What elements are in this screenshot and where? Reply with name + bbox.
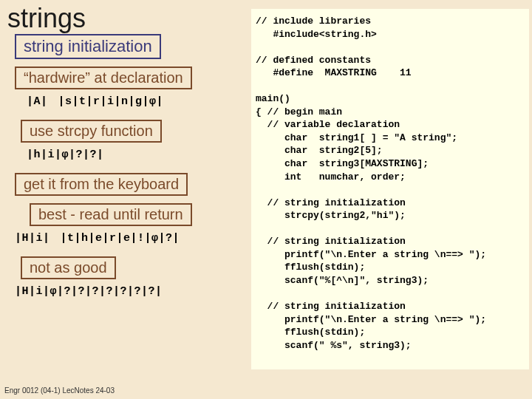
code-line: char string1[ ] = "A string";	[256, 132, 457, 143]
code-line: printf("\n.Enter a string \n==> ");	[256, 314, 486, 325]
mem-row-strcpy: |h|i|φ|?|?|	[27, 149, 251, 161]
code-line: fflush(stdin);	[256, 262, 365, 273]
box-strcpy: use strcpy function	[21, 120, 162, 143]
box-keyboard: get it from the keyboard	[15, 173, 188, 196]
code-line: strcpy(string2,"hi");	[256, 210, 406, 221]
mem-cells-best-a: |H|i|	[15, 232, 50, 245]
code-line: // string initialization	[256, 197, 406, 208]
code-block: // include libraries #include<string.h> …	[251, 9, 529, 369]
code-line: printf("\n.Enter a string \n==> ");	[256, 249, 486, 260]
footer-text: Engr 0012 (04-1) LecNotes 24-03	[4, 386, 115, 395]
mem-row-hardwire: |A||s|t|r|i|n|g|φ|	[27, 95, 251, 108]
code-line: int numchar, order;	[256, 171, 406, 183]
code-line: // include libraries	[256, 16, 371, 27]
code-line: scanf(" %s", string3);	[256, 340, 412, 351]
code-line: scanf("%[^\n]", string3);	[256, 275, 429, 286]
code-line: // variable declaration	[256, 119, 400, 130]
code-line: // string initialization	[256, 301, 406, 312]
box-hardwire: “hardwire” at declaration	[15, 66, 192, 89]
mem-cells-b: |s|t|r|i|n|g|φ|	[58, 95, 164, 108]
code-line: { // begin main	[256, 106, 342, 117]
code-line: // string initialization	[256, 236, 406, 247]
mem-cells-a: |A|	[27, 95, 48, 108]
code-line: char string2[5];	[256, 145, 383, 156]
code-line: fflush(stdin);	[256, 327, 365, 338]
code-line: #include<string.h>	[256, 29, 377, 40]
box-string-init: string initialization	[15, 34, 161, 59]
box-best-read: best - read until return	[30, 203, 192, 226]
mem-row-notgood: |H|i|φ|?|?|?|?|?|?|?|	[15, 285, 251, 298]
code-line: main()	[256, 93, 290, 104]
left-column: string initialization “hardwire” at decl…	[0, 31, 251, 305]
code-line: #define MAXSTRING 11	[256, 67, 412, 78]
mem-cells-best-b: |t|h|e|r|e|!|φ|?|	[61, 232, 180, 245]
code-line: char string3[MAXSTRING];	[256, 158, 429, 169]
box-not-as-good: not as good	[21, 256, 116, 279]
mem-row-best: |H|i||t|h|e|r|e|!|φ|?|	[15, 232, 251, 245]
code-line: // defined constants	[256, 55, 371, 66]
